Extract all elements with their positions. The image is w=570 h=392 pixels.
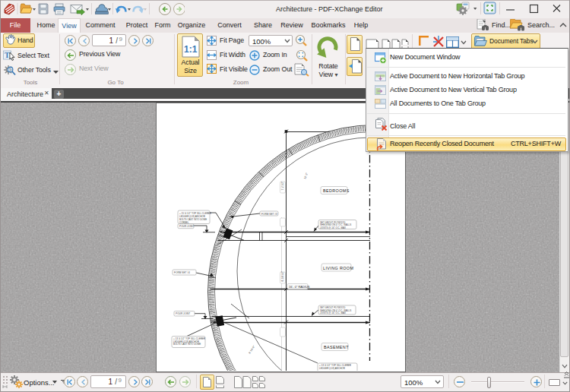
- svg-text:CORBEL: CORBEL: [179, 221, 189, 224]
- svg-text:12'-2": 12'-2": [303, 172, 309, 179]
- svg-text:16'- 0" RADIUS: 16'- 0" RADIUS: [289, 285, 310, 289]
- svg-text:JOISTS @ 16" O.C. MAX: JOISTS @ 16" O.C. MAX: [320, 226, 346, 229]
- svg-text:8'-10 1/2": 8'-10 1/2": [281, 271, 284, 281]
- svg-text:FORM SET #3: FORM SET #3: [261, 213, 277, 216]
- svg-text:R 16'-0": R 16'-0": [248, 345, 255, 355]
- svg-text:BEDROOMS: BEDROOMS: [323, 188, 350, 193]
- svg-text:LEDGER (L18) ANCHOR: LEDGER (L18) ANCHOR: [319, 367, 346, 370]
- svg-text:JOISTS @ 16" O.C. MAX: JOISTS @ 16" O.C. MAX: [320, 311, 346, 315]
- svg-text:BOLTS CAST INTO DOME: BOLTS CAST INTO DOME: [173, 343, 201, 346]
- svg-text:1:1: 1:1: [184, 44, 198, 55]
- svg-text:POUR JOINT: POUR JOINT: [179, 225, 194, 228]
- svg-text:T: T: [5, 51, 10, 59]
- svg-text:POUR JOINT: POUR JOINT: [176, 312, 190, 315]
- svg-text:LIVING ROOM: LIVING ROOM: [323, 266, 353, 270]
- svg-text:FORM SET #4: FORM SET #4: [174, 271, 190, 274]
- svg-text:7'-2 1/2": 7'-2 1/2": [281, 182, 284, 191]
- svg-text:BASEMENT: BASEMENT: [324, 345, 349, 349]
